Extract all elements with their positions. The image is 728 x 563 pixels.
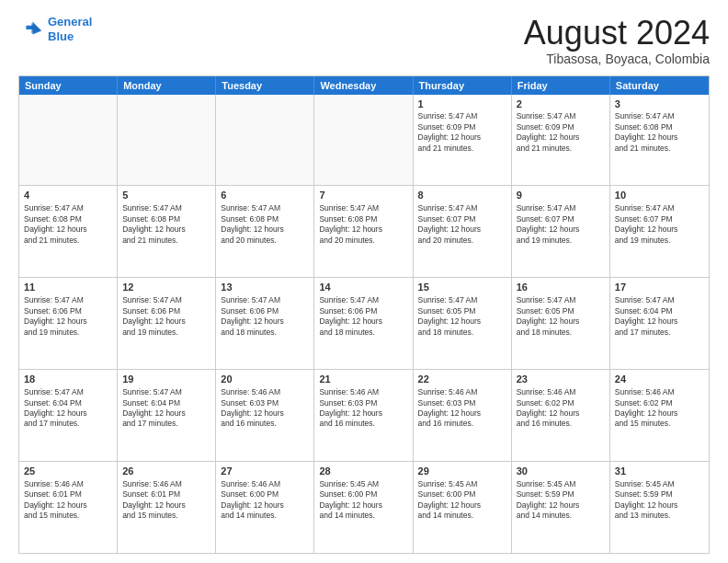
day-cell-6: 6Sunrise: 5:47 AMSunset: 6:08 PMDaylight… xyxy=(216,186,314,277)
calendar-row-4: 18Sunrise: 5:47 AMSunset: 6:04 PMDayligh… xyxy=(19,369,709,461)
day-info-line: Sunset: 6:07 PM xyxy=(517,214,605,224)
day-cell-27: 27Sunrise: 5:46 AMSunset: 6:00 PMDayligh… xyxy=(216,462,314,553)
day-info-line: Sunrise: 5:45 AM xyxy=(615,479,704,489)
day-info-line: Daylight: 12 hours xyxy=(24,224,112,235)
title-block: August 2024 Tibasosa, Boyaca, Colombia xyxy=(524,15,710,66)
header-day-tuesday: Tuesday xyxy=(216,76,314,95)
day-info-line: and 16 minutes. xyxy=(221,419,309,429)
empty-cell-r0c3 xyxy=(314,95,413,186)
day-cell-17: 17Sunrise: 5:47 AMSunset: 6:04 PMDayligh… xyxy=(610,278,709,369)
header-day-thursday: Thursday xyxy=(414,76,512,95)
day-cell-18: 18Sunrise: 5:47 AMSunset: 6:04 PMDayligh… xyxy=(19,370,118,461)
day-cell-13: 13Sunrise: 5:47 AMSunset: 6:06 PMDayligh… xyxy=(216,278,314,369)
day-number-6: 6 xyxy=(221,189,309,202)
month-year: August 2024 xyxy=(524,15,710,52)
day-info-line: Sunrise: 5:47 AM xyxy=(122,387,210,397)
calendar: SundayMondayTuesdayWednesdayThursdayFrid… xyxy=(18,75,710,554)
day-info-line: Daylight: 12 hours xyxy=(517,408,605,419)
day-number-21: 21 xyxy=(319,373,407,386)
logo-icon xyxy=(18,17,44,42)
day-cell-11: 11Sunrise: 5:47 AMSunset: 6:06 PMDayligh… xyxy=(19,278,118,369)
header-day-monday: Monday xyxy=(118,76,216,95)
day-info-line: Daylight: 12 hours xyxy=(517,500,605,511)
day-info-line: Sunset: 6:08 PM xyxy=(615,122,704,132)
day-info-line: Daylight: 12 hours xyxy=(319,316,407,327)
day-number-15: 15 xyxy=(418,281,506,294)
day-cell-21: 21Sunrise: 5:46 AMSunset: 6:03 PMDayligh… xyxy=(314,370,413,461)
day-cell-16: 16Sunrise: 5:47 AMSunset: 6:05 PMDayligh… xyxy=(512,278,610,369)
day-info-line: Sunset: 6:06 PM xyxy=(319,306,407,316)
day-cell-12: 12Sunrise: 5:47 AMSunset: 6:06 PMDayligh… xyxy=(118,278,216,369)
day-info-line: Sunrise: 5:46 AM xyxy=(122,479,210,489)
day-info-line: Sunrise: 5:47 AM xyxy=(418,203,506,213)
day-cell-19: 19Sunrise: 5:47 AMSunset: 6:04 PMDayligh… xyxy=(118,370,216,461)
day-cell-7: 7Sunrise: 5:47 AMSunset: 6:08 PMDaylight… xyxy=(314,186,413,277)
day-info-line: Daylight: 12 hours xyxy=(122,500,210,511)
day-cell-25: 25Sunrise: 5:46 AMSunset: 6:01 PMDayligh… xyxy=(19,462,118,553)
day-cell-5: 5Sunrise: 5:47 AMSunset: 6:08 PMDaylight… xyxy=(118,186,216,277)
day-info-line: Sunset: 6:05 PM xyxy=(517,306,605,316)
day-info-line: Sunrise: 5:47 AM xyxy=(517,295,605,305)
day-number-27: 27 xyxy=(221,465,309,478)
day-cell-29: 29Sunrise: 5:45 AMSunset: 6:00 PMDayligh… xyxy=(414,462,512,553)
day-info-line: and 21 minutes. xyxy=(517,144,605,154)
day-info-line: Daylight: 12 hours xyxy=(221,500,309,511)
day-info-line: Sunset: 6:08 PM xyxy=(122,214,210,224)
day-info-line: Sunrise: 5:47 AM xyxy=(319,295,407,305)
day-info-line: and 15 minutes. xyxy=(24,511,112,521)
day-number-13: 13 xyxy=(221,281,309,294)
day-info-line: Sunset: 6:06 PM xyxy=(24,306,112,316)
day-info-line: Sunset: 6:00 PM xyxy=(319,489,407,500)
day-number-7: 7 xyxy=(319,189,407,202)
day-number-10: 10 xyxy=(615,189,704,202)
day-info-line: Sunrise: 5:45 AM xyxy=(517,479,605,489)
day-info-line: and 14 minutes. xyxy=(319,511,407,521)
day-info-line: Daylight: 12 hours xyxy=(122,224,210,235)
day-number-26: 26 xyxy=(122,465,210,478)
day-info-line: and 15 minutes. xyxy=(615,419,704,429)
day-info-line: and 19 minutes. xyxy=(615,236,704,246)
day-number-28: 28 xyxy=(319,465,407,478)
day-info-line: Sunset: 6:00 PM xyxy=(221,489,309,500)
day-info-line: Sunset: 6:03 PM xyxy=(418,398,506,408)
day-cell-8: 8Sunrise: 5:47 AMSunset: 6:07 PMDaylight… xyxy=(414,186,512,277)
day-cell-31: 31Sunrise: 5:45 AMSunset: 5:59 PMDayligh… xyxy=(610,462,709,553)
day-info-line: Sunset: 6:04 PM xyxy=(122,398,210,408)
day-info-line: Sunset: 6:08 PM xyxy=(319,214,407,224)
day-info-line: and 20 minutes. xyxy=(319,236,407,246)
day-info-line: Sunrise: 5:46 AM xyxy=(24,479,112,489)
logo: General Blue xyxy=(18,15,92,43)
day-info-line: and 17 minutes. xyxy=(24,419,112,429)
day-info-line: Daylight: 12 hours xyxy=(418,316,506,327)
day-info-line: Sunset: 6:03 PM xyxy=(319,398,407,408)
day-info-line: Daylight: 12 hours xyxy=(615,408,704,419)
day-cell-14: 14Sunrise: 5:47 AMSunset: 6:06 PMDayligh… xyxy=(314,278,413,369)
day-info-line: and 16 minutes. xyxy=(319,419,407,429)
day-number-22: 22 xyxy=(418,373,506,386)
day-cell-2: 2Sunrise: 5:47 AMSunset: 6:09 PMDaylight… xyxy=(512,95,610,186)
day-info-line: Sunset: 6:05 PM xyxy=(418,306,506,316)
calendar-header: SundayMondayTuesdayWednesdayThursdayFrid… xyxy=(19,76,709,95)
logo-blue: Blue xyxy=(48,29,74,43)
day-info-line: and 21 minutes. xyxy=(615,144,704,154)
day-info-line: Daylight: 12 hours xyxy=(319,500,407,511)
day-info-line: Daylight: 12 hours xyxy=(615,224,704,235)
day-info-line: Daylight: 12 hours xyxy=(615,316,704,327)
day-info-line: Daylight: 12 hours xyxy=(221,224,309,235)
day-info-line: Sunrise: 5:47 AM xyxy=(615,203,704,213)
day-info-line: Sunset: 6:04 PM xyxy=(615,306,704,316)
day-info-line: and 13 minutes. xyxy=(615,511,704,521)
calendar-row-3: 11Sunrise: 5:47 AMSunset: 6:06 PMDayligh… xyxy=(19,277,709,369)
day-cell-23: 23Sunrise: 5:46 AMSunset: 6:02 PMDayligh… xyxy=(512,370,610,461)
calendar-body: 1Sunrise: 5:47 AMSunset: 6:09 PMDaylight… xyxy=(19,95,709,553)
day-info-line: Sunrise: 5:47 AM xyxy=(24,387,112,397)
day-number-5: 5 xyxy=(122,189,210,202)
day-info-line: Sunset: 6:06 PM xyxy=(122,306,210,316)
day-info-line: and 20 minutes. xyxy=(418,236,506,246)
header-day-friday: Friday xyxy=(512,76,610,95)
day-info-line: and 21 minutes. xyxy=(24,236,112,246)
day-info-line: Sunrise: 5:47 AM xyxy=(24,295,112,305)
day-number-12: 12 xyxy=(122,281,210,294)
day-info-line: and 19 minutes. xyxy=(517,236,605,246)
day-info-line: Sunset: 6:04 PM xyxy=(24,398,112,408)
